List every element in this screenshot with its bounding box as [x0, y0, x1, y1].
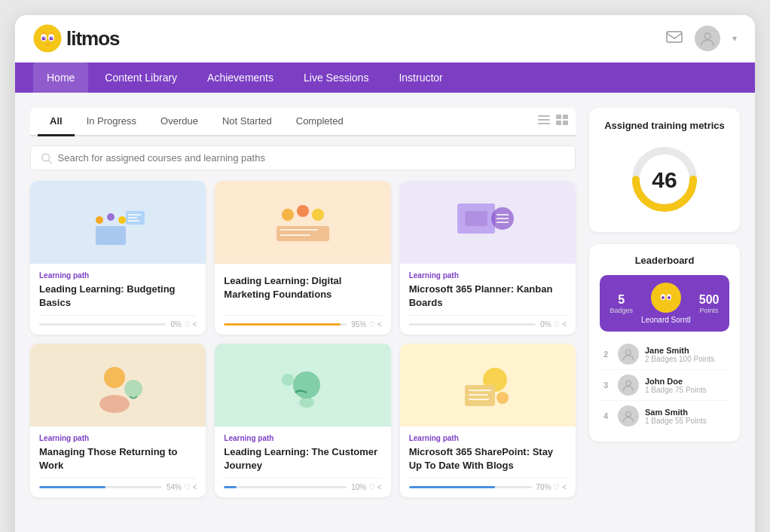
- course-progress-text-5: 10% ♡ <: [351, 483, 381, 491]
- progress-bar-container-1: [39, 323, 166, 326]
- search-input[interactable]: [58, 152, 564, 164]
- list-view-icon[interactable]: [538, 115, 550, 128]
- search-bar[interactable]: [30, 145, 576, 170]
- course-progress-text-3: 0% ♡ <: [540, 320, 567, 329]
- svg-point-61: [662, 296, 665, 299]
- nav-item-instructor[interactable]: Instructor: [385, 63, 456, 93]
- course-footer-1: 0% ♡ <: [39, 315, 197, 329]
- header-right: ▾: [666, 26, 737, 51]
- search-icon: [41, 153, 52, 164]
- course-title-3: Microsoft 365 Planner: Kanban Boards: [409, 283, 567, 309]
- course-thumbnail-2: [215, 181, 390, 264]
- course-footer-5: 10% ♡ <: [224, 478, 381, 491]
- tab-in-progress[interactable]: In Progress: [75, 108, 148, 136]
- logo-text: litmos: [66, 27, 120, 50]
- svg-point-55: [497, 392, 509, 404]
- svg-point-47: [299, 397, 314, 408]
- nav-item-content-library[interactable]: Content Library: [91, 63, 191, 93]
- course-thumbnail-6: [400, 344, 576, 427]
- course-title-5: Leading Learning: The Customer Journey: [224, 445, 381, 472]
- course-label-4: Learning path: [39, 434, 197, 442]
- lb-top-badges-count: 5: [610, 293, 634, 307]
- course-body-1: Learning path Leading Learning: Budgetin…: [30, 264, 206, 335]
- course-label-1: Learning path: [39, 271, 197, 280]
- logo-icon: [33, 24, 62, 53]
- lb-meta-3: 1 Badge 75 Points: [645, 386, 729, 394]
- course-label-6: Learning path: [409, 434, 567, 442]
- course-card-6[interactable]: Learning path Microsoft 365 SharePoint: …: [400, 344, 576, 497]
- progress-bar-2: [224, 323, 341, 326]
- lb-meta-4: 1 Badge 55 Points: [645, 417, 729, 425]
- progress-bar-container-4: [39, 486, 162, 488]
- lb-name-3: John Doe: [645, 377, 729, 386]
- progress-bar-5: [224, 486, 236, 488]
- course-body-3: Learning path Microsoft 365 Planner: Kan…: [400, 264, 576, 335]
- lb-rank-3: 3: [600, 381, 612, 390]
- lb-item-4: 4 Sam Smith 1 Badge 55 Points: [600, 401, 729, 431]
- course-thumbnail-5: [215, 344, 390, 427]
- svg-rect-15: [563, 121, 568, 125]
- main-content: All In Progress Overdue Not Started Comp…: [15, 93, 755, 532]
- metrics-title: Assigned training metrics: [600, 120, 729, 131]
- nav-item-home[interactable]: Home: [33, 63, 88, 93]
- svg-rect-12: [556, 115, 561, 119]
- course-footer-4: 54% ♡ <: [39, 478, 197, 491]
- lb-info-2: Jane Smith 2 Badges 100 Points: [645, 346, 729, 363]
- course-card-4[interactable]: Learning path Managing Those Returning t…: [30, 344, 206, 497]
- lb-avatar-3: [618, 375, 639, 396]
- lb-rank-2: 2: [600, 350, 612, 359]
- svg-rect-31: [277, 226, 329, 241]
- user-chevron-icon[interactable]: ▾: [732, 33, 737, 44]
- course-card-1[interactable]: Learning path Leading Learning: Budgetin…: [30, 181, 206, 335]
- nav-item-live-sessions[interactable]: Live Sessions: [290, 63, 382, 93]
- avatar[interactable]: [695, 26, 720, 51]
- navigation: Home Content Library Achievements Live S…: [15, 63, 755, 93]
- svg-point-63: [626, 350, 631, 355]
- lb-avatar-4: [618, 405, 639, 427]
- svg-point-20: [96, 216, 103, 224]
- course-progress-text-4: 54% ♡ <: [167, 483, 197, 491]
- course-progress-text-1: 0% ♡ <: [170, 320, 197, 329]
- lb-top-badges-label: Badges: [610, 307, 634, 314]
- course-card-2[interactable]: Leading Learning: Digital Marketing Foun…: [215, 181, 390, 335]
- tab-not-started[interactable]: Not Started: [210, 108, 284, 136]
- mail-icon[interactable]: [666, 31, 683, 47]
- nav-item-achievements[interactable]: Achievements: [194, 63, 287, 93]
- svg-rect-9: [538, 115, 550, 117]
- svg-point-3: [42, 37, 46, 41]
- course-card-5[interactable]: Learning path Leading Learning: The Cust…: [215, 344, 390, 497]
- svg-rect-14: [556, 121, 561, 125]
- svg-point-28: [282, 209, 294, 221]
- svg-rect-19: [96, 226, 126, 245]
- leaderboard-top-user: 5 Badges Leon: [600, 275, 729, 332]
- course-body-2: Leading Learning: Digital Marketing Foun…: [215, 264, 390, 335]
- course-title-2: Leading Learning: Digital Marketing Foun…: [224, 274, 381, 309]
- svg-point-48: [282, 374, 294, 386]
- svg-point-29: [297, 205, 309, 217]
- svg-point-5: [44, 38, 45, 39]
- svg-rect-40: [465, 211, 487, 226]
- svg-point-58: [655, 287, 677, 308]
- grid-view-icon[interactable]: [556, 115, 568, 128]
- lb-top-points-count: 500: [699, 293, 720, 307]
- svg-rect-27: [258, 188, 348, 256]
- course-body-4: Learning path Managing Those Returning t…: [30, 427, 206, 497]
- svg-line-17: [49, 160, 52, 163]
- svg-point-6: [51, 38, 53, 39]
- tab-overdue[interactable]: Overdue: [148, 108, 210, 136]
- svg-point-44: [124, 380, 142, 398]
- svg-point-43: [99, 395, 130, 413]
- tab-all[interactable]: All: [38, 108, 75, 136]
- svg-rect-18: [73, 188, 163, 256]
- lb-top-points-label: Points: [699, 307, 720, 314]
- progress-bar-container-5: [224, 486, 347, 488]
- course-grid: Learning path Leading Learning: Budgetin…: [30, 181, 576, 497]
- svg-rect-13: [563, 115, 568, 119]
- svg-point-4: [50, 37, 53, 41]
- svg-point-0: [34, 25, 61, 52]
- svg-rect-11: [538, 123, 550, 124]
- course-card-3[interactable]: Learning path Microsoft 365 Planner: Kan…: [400, 181, 576, 335]
- tab-completed[interactable]: Completed: [284, 108, 356, 136]
- lb-item-2: 2 Jane Smith 2 Badges 100 Points: [600, 339, 729, 370]
- course-title-4: Managing Those Returning to Work: [39, 445, 197, 472]
